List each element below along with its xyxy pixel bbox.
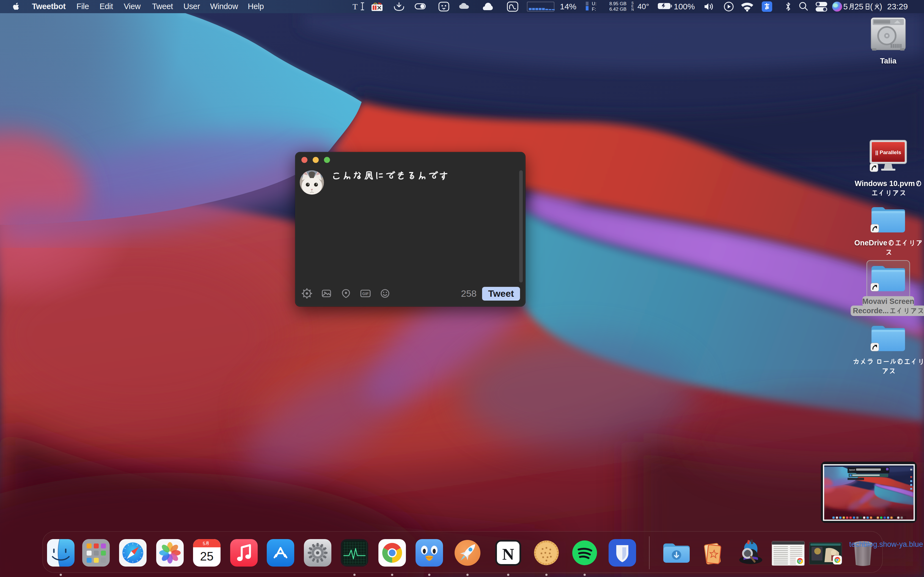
svg-text:N: N — [632, 8, 634, 11]
svg-text:Recorde...: Recorde... — [853, 307, 889, 315]
svg-text:T: T — [352, 2, 357, 11]
svg-text:23:29: 23:29 — [887, 2, 908, 11]
svg-text:Tweetbot: Tweetbot — [32, 2, 66, 11]
svg-text:Talia: Talia — [880, 57, 897, 65]
svg-text:Tweet: Tweet — [152, 2, 173, 11]
svg-text:6.42 GB: 6.42 GB — [609, 6, 627, 12]
svg-text:Movavi Screen: Movavi Screen — [863, 297, 914, 306]
svg-text:Edit: Edit — [100, 2, 113, 11]
svg-text:25: 25 — [855, 2, 863, 11]
svg-text:U:: U: — [592, 1, 596, 6]
svg-text:5: 5 — [843, 2, 848, 11]
svg-text:5: 5 — [203, 541, 205, 546]
svg-text:tweet: tweet — [849, 469, 855, 471]
svg-text:F:: F: — [592, 6, 596, 12]
svg-text:GIF: GIF — [362, 292, 369, 296]
svg-text:): ) — [879, 2, 882, 11]
svg-text:N: N — [502, 545, 514, 563]
svg-text:Help: Help — [248, 2, 264, 11]
svg-text:User: User — [183, 2, 200, 11]
svg-text:Tweet: Tweet — [488, 288, 514, 299]
svg-text:|| Parallels: || Parallels — [876, 150, 901, 155]
svg-text:View: View — [124, 2, 141, 11]
svg-text:25: 25 — [200, 550, 214, 563]
svg-text:File: File — [76, 2, 89, 11]
svg-text:40°: 40° — [638, 2, 649, 11]
svg-text:258: 258 — [461, 288, 477, 299]
svg-text:Window: Window — [210, 2, 238, 11]
svg-text:100%: 100% — [674, 2, 695, 11]
svg-text:14%: 14% — [560, 2, 577, 11]
svg-text:(: ( — [870, 2, 873, 11]
svg-text:Windows 10.pvm: Windows 10.pvm — [855, 179, 915, 188]
svg-text:8.95 GB: 8.95 GB — [609, 1, 627, 6]
svg-text:OneDrive: OneDrive — [855, 239, 887, 247]
svg-text:techblog.show-ya.blue: techblog.show-ya.blue — [849, 540, 923, 548]
